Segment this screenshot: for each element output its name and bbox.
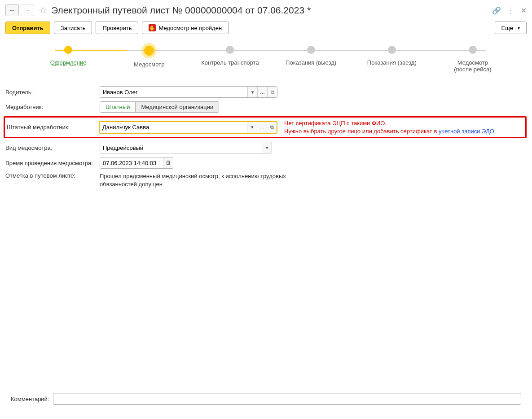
open-icon[interactable]: ⧉ — [267, 122, 277, 133]
med-not-passed-label: Медосмотр не пройден — [158, 25, 222, 31]
exam-time-field[interactable]: 🗓 — [100, 157, 173, 169]
nav-forward-button[interactable]: → — [21, 4, 34, 16]
staff-worker-combo[interactable]: ▾ … ⧉ — [99, 122, 277, 133]
nav-back-button[interactable]: ← — [5, 4, 19, 16]
dropdown-icon[interactable]: ▾ — [247, 122, 257, 133]
more-label: Еще — [501, 25, 513, 31]
error-line2: Нужно выбрать другое лицо или добавить с… — [284, 128, 439, 135]
driver-combo[interactable]: ▾ … ⧉ — [100, 86, 277, 98]
step-label: Медосмотр — [134, 61, 164, 68]
edo-account-link[interactable]: учетной записи ЭДО — [439, 128, 494, 135]
kebab-menu-icon[interactable]: ⋮ — [507, 6, 514, 15]
check-button[interactable]: Проверить — [96, 22, 138, 34]
page-title: Электронный путевой лист № 00000000004 о… — [51, 5, 492, 16]
note-text: Прошел предсменный медицинский осмотр, к… — [100, 172, 288, 188]
more-button[interactable]: Еще ▾ — [495, 22, 527, 34]
step-label: Медосмотр (после рейса) — [454, 59, 491, 73]
step-label: Оформление — [50, 59, 87, 66]
staff-worker-label: Штатный медработник: — [5, 124, 99, 131]
favorite-star-icon[interactable]: ☆ — [39, 4, 48, 16]
exam-time-input[interactable] — [100, 157, 163, 168]
medworker-type-toggle[interactable]: Штатный Медицинской организации — [100, 101, 219, 113]
ellipsis-icon[interactable]: … — [257, 122, 267, 133]
note-label: Отметка в путевом листе: — [5, 172, 100, 179]
comment-input[interactable] — [53, 393, 522, 405]
save-button[interactable]: Записать — [54, 22, 92, 34]
medworker-label: Медработник: — [5, 104, 100, 110]
med-not-passed-button[interactable]: ✋ Медосмотр не пройден — [142, 22, 229, 34]
step-label: Показания (выезд) — [286, 59, 336, 66]
link-icon[interactable]: 🔗 — [492, 6, 501, 15]
dropdown-icon[interactable]: ▾ — [262, 142, 272, 153]
exam-type-label: Вид медосмотра: — [5, 144, 100, 151]
error-message: Нет сертификата ЭЦП с такими ФИО. Нужно … — [284, 119, 494, 135]
staff-worker-input[interactable] — [100, 122, 247, 133]
calendar-icon[interactable]: 🗓 — [163, 157, 173, 168]
chevron-down-icon: ▾ — [518, 26, 520, 31]
toggle-org[interactable]: Медицинской организации — [135, 102, 219, 112]
ellipsis-icon[interactable]: … — [257, 87, 267, 97]
error-line1: Нет сертификата ЭЦП с такими ФИО. — [284, 120, 387, 127]
error-highlight-row: Штатный медработник: ▾ … ⧉ Нет сертифика… — [4, 116, 527, 138]
step-label: Показания (заезд) — [367, 59, 417, 66]
send-button[interactable]: Отправить — [5, 22, 50, 34]
comment-label: Комментарий: — [11, 396, 49, 402]
exam-type-input[interactable] — [100, 142, 262, 153]
driver-label: Водитель: — [5, 89, 100, 96]
driver-input[interactable] — [100, 87, 247, 97]
step-label: Контроль транспорта — [201, 59, 259, 66]
toggle-staff[interactable]: Штатный — [100, 102, 135, 112]
exam-time-label: Время проведения медосмотра: — [5, 160, 100, 166]
hand-stop-icon: ✋ — [149, 24, 156, 31]
dropdown-icon[interactable]: ▾ — [247, 87, 257, 97]
exam-type-combo[interactable]: ▾ — [100, 142, 272, 153]
close-icon[interactable]: ✕ — [521, 6, 527, 15]
open-icon[interactable]: ⧉ — [267, 87, 277, 97]
stepper: Оформление Медосмотр Контроль транспорта… — [28, 46, 513, 73]
